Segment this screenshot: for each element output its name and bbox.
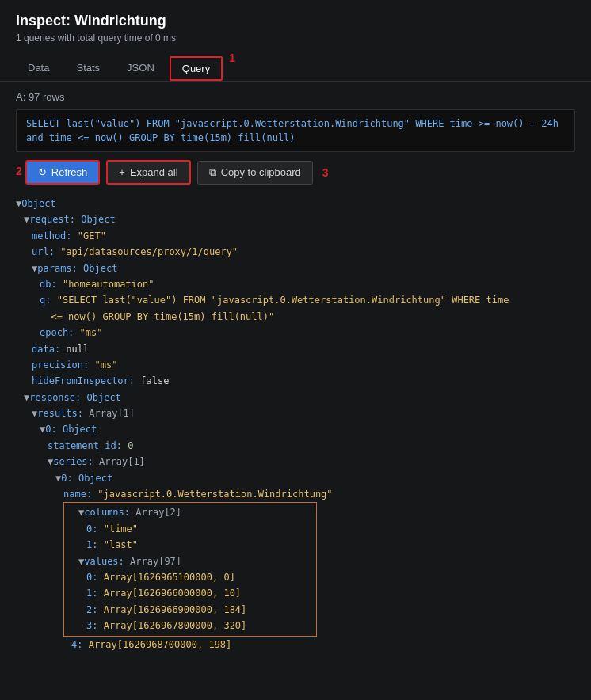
expand-label: Expand all <box>130 166 178 178</box>
tree-results-0: ▼0: Object <box>16 421 575 437</box>
toolbar: ↻ Refresh + Expand all ⧉ Copy to clipboa… <box>25 160 329 185</box>
row-count-label: A: 97 rows <box>16 91 575 103</box>
refresh-icon: ↻ <box>38 166 47 178</box>
tree-val-3: 3: Array[1626967800000, 320] <box>71 618 310 633</box>
annotation-2: 2 <box>16 165 22 177</box>
tab-json[interactable]: JSON <box>115 56 166 81</box>
query-text: SELECT last("value") FROM "javascript.0.… <box>16 109 575 152</box>
tab-data[interactable]: Data <box>16 56 61 81</box>
tree-val-4: 4: Array[1626968700000, 198] <box>16 637 575 652</box>
annotation-3: 3 <box>322 166 329 179</box>
tree-col-0: 0: "time" <box>71 521 310 537</box>
copy-clipboard-button[interactable]: ⧉ Copy to clipboard <box>197 161 313 185</box>
clipboard-label: Copy to clipboard <box>221 166 301 178</box>
tree-request: ▼request: Object <box>16 211 575 227</box>
tree-method: method: "GET" <box>16 228 575 244</box>
tab-stats[interactable]: Stats <box>64 56 112 81</box>
tree-response: ▼response: Object <box>16 390 575 405</box>
tree-val-2: 2: Array[1626966900000, 184] <box>71 602 310 618</box>
tab-query[interactable]: Query <box>170 56 223 81</box>
refresh-button[interactable]: ↻ Refresh <box>25 160 101 185</box>
annotation-1: 1 <box>229 51 235 64</box>
tree-results: ▼results: Array[1] <box>16 405 575 421</box>
tree-db: db: "homeautomation" <box>16 276 575 292</box>
refresh-label: Refresh <box>51 166 88 178</box>
plus-icon: + <box>119 166 125 178</box>
tree-val-1: 1: Array[1626966000000, 10] <box>71 585 310 601</box>
tree-col-1: 1: "last" <box>71 537 310 553</box>
tree-stmt-id: statement_id: 0 <box>16 438 575 454</box>
page-subtitle: 1 queries with total query time of 0 ms <box>16 32 575 44</box>
tree-q-cont: <= now() GROUP BY time(15m) fill(null)" <box>16 309 575 325</box>
main-content: A: 97 rows SELECT last("value") FROM "ja… <box>0 82 591 662</box>
tree-view: ▼Object ▼request: Object method: "GET" u… <box>16 196 575 652</box>
tree-hide: hideFromInspector: false <box>16 373 575 389</box>
tree-val-0: 0: Array[1626965100000, 0] <box>71 569 310 585</box>
page-title: Inspect: Windrichtung <box>16 13 575 29</box>
tree-url: url: "api/datasources/proxy/1/query" <box>16 244 575 260</box>
tree-q: q: "SELECT last("value") FROM "javascrip… <box>16 292 575 308</box>
tree-name: name: "javascript.0.Wetterstation.Windri… <box>16 486 575 502</box>
tree-data: data: null <box>16 341 575 357</box>
expand-all-button[interactable]: + Expand all <box>106 160 190 185</box>
header: Inspect: Windrichtung 1 queries with tot… <box>0 0 591 50</box>
tab-bar: Data Stats JSON Query 1 <box>0 50 591 82</box>
tree-precision: precision: "ms" <box>16 357 575 373</box>
tree-series-0: ▼0: Object <box>16 470 575 486</box>
highlighted-section: ▼columns: Array[2] 0: "time" 1: "last" ▼… <box>63 502 317 636</box>
tree-epoch: epoch: "ms" <box>16 325 575 340</box>
tree-columns: ▼columns: Array[2] <box>71 504 310 520</box>
tree-values: ▼values: Array[97] <box>71 554 310 569</box>
tree-params: ▼params: Object <box>16 261 575 276</box>
tree-series: ▼series: Array[1] <box>16 454 575 470</box>
clipboard-icon: ⧉ <box>209 166 216 179</box>
tree-root: ▼Object <box>16 196 575 211</box>
